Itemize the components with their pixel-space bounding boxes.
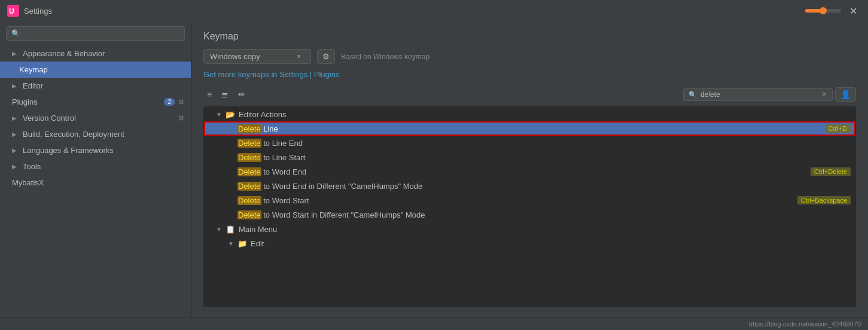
tree-node-label: Edit [251,239,851,248]
keymap-search-field[interactable]: 🔍 ✕ [683,88,833,101]
chevron-right-icon: ▶ [12,115,19,121]
collapse-icon: ▼ [216,111,223,118]
folder-icon: 📂 [226,110,235,119]
collapse-icon: ▼ [216,226,223,233]
content-area: Keymap Windows copy ▼ ⚙ Based on Windows… [191,22,868,317]
keymap-select-value: Windows copy [210,52,260,61]
collapse-icon: ▼ [228,240,235,247]
tree-node-delete-word-start-camel[interactable]: Delete to Word Start in Different "Camel… [204,207,855,222]
tree-node-delete-line-start[interactable]: Delete to Line Start [204,150,855,164]
shortcut-badge: Ctrl+Delete [811,167,851,176]
edit-icon: ✏ [238,90,245,99]
titlebar: U Settings ✕ [0,0,868,22]
sidebar: 🔍 ▶ Appearance & Behavior Keymap ▶ Edito… [0,22,191,317]
sidebar-item-appearance[interactable]: ▶ Appearance & Behavior [0,45,191,62]
titlebar-right: ✕ [805,4,861,18]
sidebar-item-label: Build, Execution, Deployment [23,130,184,139]
keymap-dropdown[interactable]: Windows copy ▼ [203,49,311,64]
close-button[interactable]: ✕ [846,4,861,18]
tree-node-label: Delete to Word Start [237,196,797,205]
titlebar-left: U Settings [7,5,52,17]
tree-node-label: Delete to Word End in Different "CamelHu… [237,182,851,191]
main-layout: 🔍 ▶ Appearance & Behavior Keymap ▶ Edito… [0,22,868,317]
keymap-search-input[interactable] [701,90,818,99]
sidebar-item-plugins[interactable]: Plugins 2 ⊞ [0,94,191,110]
keymap-selector-row: Windows copy ▼ ⚙ Based on Windows keymap [203,49,856,64]
tree-node-main-menu[interactable]: ▼ 📋 Main Menu [204,222,855,236]
sidebar-item-label: Version Control [23,114,175,123]
chevron-right-icon: ▶ [12,50,19,57]
sidebar-search-input[interactable] [24,29,179,38]
tree-node-delete-word-end-camel[interactable]: Delete to Word End in Different "CamelHu… [204,179,855,193]
sidebar-item-label: Plugins [12,97,160,106]
search-highlight: Delete [237,182,261,191]
collapse-all-button[interactable]: ≣ [218,88,232,101]
sidebar-item-label: Keymap [19,65,184,74]
sidebar-item-label: Editor [23,81,184,90]
progress-fill [805,9,821,13]
sidebar-item-keymap[interactable]: Keymap [0,62,191,78]
grid-icon: ⊞ [178,114,184,122]
expand-all-icon: ≡ [207,90,212,99]
chevron-right-icon: ▶ [12,131,19,138]
sidebar-item-label: MybatisX [12,178,184,187]
status-url: https://blog.csdn.net/weixin_42469070 [749,320,861,328]
sidebar-item-tools[interactable]: ▶ Tools [0,158,191,175]
search-highlight: Delete [237,196,261,205]
app-logo: U [7,5,19,17]
expand-all-button[interactable]: ≡ [203,88,215,101]
sidebar-item-label: Languages & Frameworks [23,146,184,155]
tree-node-edit[interactable]: ▼ 📁 Edit [204,236,855,250]
tree-node-label: Main Menu [239,225,851,234]
sidebar-item-mybatisx[interactable]: MybatisX [0,175,191,191]
sidebar-item-version-control[interactable]: ▶ Version Control ⊞ [0,110,191,126]
search-highlight: Delete [237,167,261,176]
person-icon: 👤 [840,90,851,99]
progress-bar [805,9,841,13]
tree-node-delete-line-end[interactable]: Delete to Line End [204,136,855,150]
svg-text:U: U [9,7,14,16]
sidebar-nav: ▶ Appearance & Behavior Keymap ▶ Editor … [0,45,191,317]
sidebar-item-languages[interactable]: ▶ Languages & Frameworks [0,142,191,158]
page-title: Keymap [203,31,856,42]
keymaps-plugins-link[interactable]: Get more keymaps in Settings | Plugins [203,70,856,79]
clear-search-icon[interactable]: ✕ [821,90,827,99]
edit-shortcut-button[interactable]: ✏ [234,88,249,101]
search-highlight: Delete [237,210,261,219]
tree-node-delete-word-end[interactable]: Delete to Word End Ctrl+Delete [204,164,855,179]
tree-node-label: Delete to Word Start in Different "Camel… [237,210,851,219]
search-highlight: Delete [237,153,261,162]
search-icon: 🔍 [689,91,697,99]
folder-icon: 📁 [237,239,247,248]
shortcut-badge: Ctrl+Backspace [797,196,851,204]
chevron-right-icon: ▶ [12,163,19,170]
tree-node-label: Delete to Word End [237,167,811,176]
shortcut-badge: Ctrl+D [825,124,851,133]
tree-node-editor-actions[interactable]: ▼ 📂 Editor Actions [204,107,855,121]
sidebar-search-icon: 🔍 [11,29,20,38]
grid-icon: ⊞ [178,98,184,106]
gear-button[interactable]: ⚙ [317,49,335,64]
sidebar-item-editor[interactable]: ▶ Editor [0,78,191,94]
app-title: Settings [24,7,52,16]
tree-node-label: Delete to Line Start [237,153,851,162]
tree-node-delete-word-start[interactable]: Delete to Word Start Ctrl+Backspace [204,193,855,207]
keymap-description: Based on Windows keymap [341,53,430,61]
chevron-right-icon: ▶ [12,82,19,89]
search-highlight: Delete [237,124,261,133]
tree-node-delete-line[interactable]: Delete Line Ctrl+D [204,121,855,136]
collapse-all-icon: ≣ [221,90,229,99]
tree-node-label: Delete Line [237,124,825,133]
chevron-right-icon: ▶ [12,147,19,154]
plugins-badge: 2 [164,98,175,106]
keymap-tree[interactable]: ▼ 📂 Editor Actions Delete Line Ctrl+D De… [203,106,856,307]
sidebar-item-label: Appearance & Behavior [23,49,184,58]
search-highlight: Delete [237,139,261,148]
sidebar-search-box[interactable]: 🔍 [6,26,185,41]
dropdown-arrow-icon: ▼ [296,53,302,60]
progress-thumb [820,7,827,14]
find-shortcut-button[interactable]: 👤 [835,87,856,102]
action-toolbar: ≡ ≣ ✏ 🔍 ✕ 👤 [203,87,856,102]
sidebar-item-build[interactable]: ▶ Build, Execution, Deployment [0,126,191,142]
tree-node-label: Editor Actions [239,110,851,119]
